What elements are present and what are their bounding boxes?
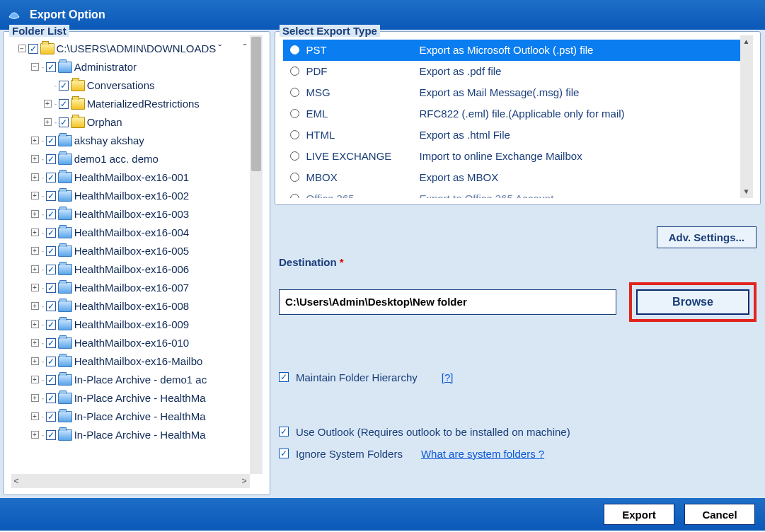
tree-checkbox[interactable] <box>46 228 56 238</box>
tree-checkbox[interactable] <box>59 117 69 127</box>
ignore-system-folders-checkbox[interactable] <box>279 449 289 458</box>
tree-node[interactable]: +··In-Place Archive - HealthMa <box>31 407 248 426</box>
expand-icon[interactable]: + <box>31 431 39 439</box>
tree-checkbox[interactable] <box>46 209 56 219</box>
system-folders-help-link[interactable]: What are system folders ? <box>421 448 544 460</box>
radio-icon[interactable] <box>290 88 299 97</box>
expand-icon[interactable]: + <box>31 192 39 200</box>
cancel-button[interactable]: Cancel <box>684 504 755 525</box>
expand-icon[interactable]: + <box>31 247 39 255</box>
tree-checkbox[interactable] <box>59 81 69 91</box>
expand-icon[interactable]: + <box>44 118 52 126</box>
tree-checkbox[interactable] <box>46 173 56 183</box>
tree-checkbox[interactable] <box>46 338 56 348</box>
scroll-down-icon[interactable]: ▼ <box>740 185 753 198</box>
destination-input[interactable] <box>279 289 616 315</box>
tree-checkbox[interactable] <box>46 412 56 422</box>
expand-icon[interactable]: + <box>31 173 39 181</box>
export-type-option[interactable]: HTMLExport as .html File <box>283 125 753 146</box>
export-type-option[interactable]: Office 365Export to Office 365 Account <box>283 188 753 198</box>
adv-settings-button[interactable]: Adv. Settings... <box>657 226 757 248</box>
tree-horizontal-scrollbar[interactable]: < > <box>11 474 250 488</box>
tree-node[interactable]: +··HealthMailbox-ex16-004 <box>31 224 248 242</box>
expand-icon[interactable]: + <box>31 210 39 218</box>
radio-icon[interactable] <box>290 45 299 54</box>
tree-node[interactable]: +··HealthMailbox-ex16-009 <box>31 316 248 334</box>
tree-checkbox[interactable] <box>28 44 38 54</box>
tree-checkbox[interactable] <box>46 154 56 164</box>
maintain-hierarchy-help-link[interactable]: [?] <box>442 371 454 383</box>
radio-icon[interactable] <box>290 109 299 118</box>
tree-node[interactable]: +··HealthMailbox-ex16-010 <box>31 334 248 352</box>
scroll-left-icon[interactable]: < <box>14 476 19 486</box>
tree-node[interactable]: +··demo1 acc. demo <box>31 150 248 168</box>
tree-checkbox[interactable] <box>46 375 56 385</box>
collapse-icon[interactable]: − <box>18 45 26 52</box>
radio-icon[interactable] <box>290 151 299 161</box>
tree-checkbox[interactable] <box>46 430 56 440</box>
tree-checkbox[interactable] <box>46 62 56 72</box>
tree-checkbox[interactable] <box>46 357 56 366</box>
export-type-scrollbar[interactable]: ▲ ▼ <box>740 35 753 198</box>
tree-node[interactable]: +··HealthMailbox-ex16-007 <box>31 279 248 297</box>
expand-icon[interactable]: + <box>31 376 39 383</box>
tree-checkbox[interactable] <box>46 320 56 330</box>
radio-icon[interactable] <box>290 173 299 182</box>
expand-icon[interactable]: + <box>31 155 39 163</box>
export-type-option[interactable]: PSTExport as Microsoft Outlook (.pst) fi… <box>283 40 753 61</box>
tree-connector: ·· <box>54 95 56 113</box>
tree-node[interactable]: +··In-Place Archive - demo1 ac <box>31 371 248 389</box>
export-type-option[interactable]: PDFExport as .pdf file <box>283 61 753 82</box>
expand-icon[interactable]: + <box>31 394 39 402</box>
maintain-hierarchy-checkbox[interactable] <box>279 372 289 382</box>
tree-node[interactable]: +··HealthMailbox-ex16-002 <box>31 187 248 205</box>
export-type-option[interactable]: EMLRFC822 (.eml) file.(Applicable only f… <box>283 103 753 125</box>
expand-icon[interactable]: + <box>44 100 52 108</box>
tree-checkbox[interactable] <box>46 283 56 293</box>
expand-icon[interactable]: + <box>31 302 39 310</box>
use-outlook-checkbox[interactable] <box>279 427 289 436</box>
tree-node[interactable]: +··HealthMailbox-ex16-001 <box>31 168 248 187</box>
expand-icon[interactable]: + <box>31 284 39 291</box>
tree-checkbox[interactable] <box>59 99 69 109</box>
radio-icon[interactable] <box>290 130 299 139</box>
tree-node[interactable]: +··HealthMailbox-ex16-005 <box>31 242 248 260</box>
scroll-right-icon[interactable]: > <box>241 476 246 486</box>
tree-node[interactable]: +··akshay akshay <box>31 132 248 150</box>
tree-root-node[interactable]: −C:\USERS\ADMIN\DOWNLOADSˇ <box>18 40 248 58</box>
expand-icon[interactable]: + <box>31 265 39 273</box>
browse-button[interactable]: Browse <box>636 289 749 315</box>
tree-node[interactable]: +··HealthMailbox-ex16-003 <box>31 205 248 224</box>
tree-node[interactable]: +··In-Place Archive - HealthMa <box>31 426 248 444</box>
export-type-option[interactable]: MSGExport as Mail Message(.msg) file <box>283 82 753 103</box>
tree-checkbox[interactable] <box>46 393 56 403</box>
tree-checkbox[interactable] <box>46 301 56 311</box>
expand-icon[interactable]: + <box>31 229 39 236</box>
tree-node[interactable]: +··MaterializedRestrictions <box>44 95 248 113</box>
scroll-up-icon[interactable]: ▲ <box>740 35 753 48</box>
export-type-option[interactable]: MBOXExport as MBOX <box>283 167 753 188</box>
tree-node[interactable]: +··Conversations <box>44 76 248 95</box>
radio-icon[interactable] <box>290 194 299 198</box>
tree-checkbox[interactable] <box>46 191 56 201</box>
tree-vertical-scrollbar[interactable] <box>250 35 263 474</box>
tree-node[interactable]: +··HealthMailbox-ex16-008 <box>31 297 248 316</box>
tree-checkbox[interactable] <box>46 136 56 146</box>
collapse-icon[interactable]: − <box>31 63 39 71</box>
expand-icon[interactable]: + <box>31 137 39 144</box>
tree-node[interactable]: +··Orphan <box>44 113 248 132</box>
tree-checkbox[interactable] <box>46 246 56 256</box>
export-button[interactable]: Export <box>604 504 674 525</box>
tree-node[interactable]: +··HealthMailbox-ex16-006 <box>31 260 248 279</box>
expand-icon[interactable]: + <box>31 320 39 328</box>
expand-icon[interactable]: + <box>31 357 39 365</box>
tree-node[interactable]: −··Administrator <box>31 58 248 76</box>
expand-icon[interactable]: + <box>31 339 39 347</box>
expand-icon[interactable]: + <box>31 412 39 420</box>
scrollbar-thumb[interactable] <box>251 37 261 171</box>
export-type-option[interactable]: LIVE EXCHANGEImport to online Exchange M… <box>283 146 753 167</box>
radio-icon[interactable] <box>290 66 299 76</box>
tree-checkbox[interactable] <box>46 265 56 274</box>
tree-node[interactable]: +··In-Place Archive - HealthMa <box>31 389 248 407</box>
tree-node[interactable]: +··HealthMailbox-ex16-Mailbo <box>31 352 248 371</box>
